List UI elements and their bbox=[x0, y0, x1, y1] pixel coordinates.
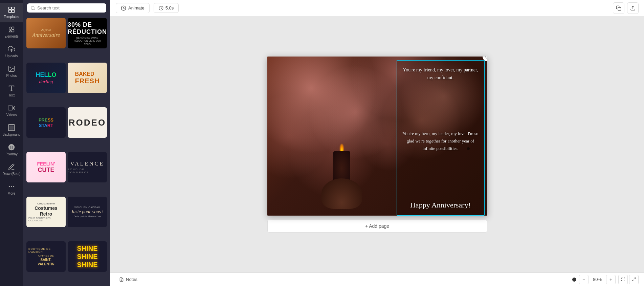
fit-screen-icon bbox=[621, 277, 625, 282]
svg-marker-13 bbox=[13, 106, 15, 109]
templates-panel: Joyeux Anniversaire 30% DERÉDUCTION BÉNÉ… bbox=[23, 0, 110, 286]
animate-button[interactable]: Animate bbox=[116, 3, 150, 13]
sidebar-item-photos[interactable]: Photos bbox=[0, 62, 23, 81]
grid-icon bbox=[8, 6, 15, 14]
export-button[interactable] bbox=[627, 2, 639, 14]
svg-rect-3 bbox=[12, 10, 14, 13]
search-container bbox=[23, 0, 110, 16]
copy-button[interactable] bbox=[613, 2, 624, 14]
search-icon bbox=[30, 6, 35, 10]
sidebar-item-draw[interactable]: Draw (Beta) bbox=[0, 160, 23, 179]
svg-line-21 bbox=[34, 9, 35, 10]
animate-icon bbox=[121, 5, 126, 11]
templates-grid: Joyeux Anniversaire 30% DERÉDUCTION BÉNÉ… bbox=[23, 16, 110, 286]
svg-point-20 bbox=[31, 6, 34, 9]
fullscreen-button[interactable] bbox=[629, 275, 639, 284]
page-indicator bbox=[572, 278, 576, 282]
image-icon bbox=[8, 65, 15, 72]
search-input[interactable] bbox=[37, 5, 103, 10]
template-card-reduction[interactable]: 30% DERÉDUCTION BÉNÉFICIEZ D'UNE RÉDUCTI… bbox=[68, 18, 107, 48]
svg-rect-5 bbox=[12, 27, 14, 29]
sidebar-item-background[interactable]: Background bbox=[0, 120, 23, 140]
svg-rect-14 bbox=[8, 106, 13, 110]
video-icon bbox=[8, 104, 15, 112]
draw-icon bbox=[8, 163, 15, 171]
more-icon bbox=[8, 183, 15, 190]
top-bar: Animate 5.0s bbox=[110, 0, 644, 16]
candle-flame bbox=[340, 144, 344, 152]
template-card-rodeo[interactable]: RODEO bbox=[68, 107, 107, 138]
sidebar-item-videos[interactable]: Videos bbox=[0, 101, 23, 120]
view-controls bbox=[618, 275, 639, 284]
template-card-hello[interactable]: HELLO darling bbox=[26, 63, 66, 93]
svg-rect-7 bbox=[12, 30, 14, 32]
zoom-in-button[interactable]: + bbox=[606, 275, 616, 284]
copy-icon bbox=[616, 5, 621, 11]
main-area: Animate 5.0s bbox=[110, 0, 644, 286]
candle-image bbox=[308, 114, 376, 209]
template-card-baked[interactable]: BAKED FRESH bbox=[68, 63, 107, 93]
shapes-icon bbox=[8, 26, 15, 33]
sidebar-item-templates[interactable]: Templates bbox=[0, 3, 23, 22]
pixabay-icon bbox=[8, 144, 15, 151]
template-card-press[interactable]: PRESS START bbox=[26, 107, 66, 138]
background-icon bbox=[8, 124, 15, 131]
upload-icon bbox=[8, 45, 15, 53]
template-card-anniversaire[interactable]: Joyeux Anniversaire bbox=[26, 18, 66, 48]
verse2-text: You're my hero, my leader, my love. I'm … bbox=[402, 130, 479, 152]
canvas-wrapper: You're my friend, my lover, my partner, … bbox=[267, 57, 487, 233]
sidebar-item-pixabay[interactable]: Pixabay bbox=[0, 140, 23, 160]
notes-label: Notes bbox=[126, 277, 137, 282]
sidebar: Templates Elements Uploads Photos Text bbox=[0, 0, 23, 286]
text-icon bbox=[8, 85, 15, 92]
candle-holder bbox=[321, 178, 362, 209]
notes-icon bbox=[119, 277, 124, 282]
svg-point-10 bbox=[10, 67, 11, 68]
svg-rect-24 bbox=[618, 7, 621, 10]
svg-point-4 bbox=[9, 27, 12, 29]
sidebar-item-more[interactable]: More bbox=[0, 179, 23, 199]
canvas[interactable]: You're my friend, my lover, my partner, … bbox=[267, 57, 487, 216]
sidebar-item-elements[interactable]: Elements bbox=[0, 22, 23, 42]
svg-point-19 bbox=[13, 186, 15, 187]
canvas-area: You're my friend, my lover, my partner, … bbox=[110, 16, 644, 272]
svg-rect-1 bbox=[12, 7, 14, 9]
svg-point-17 bbox=[9, 186, 10, 187]
add-page-button[interactable]: + Add page bbox=[267, 220, 487, 233]
template-card-saint[interactable]: BOUTIQUE DE L'AMOUR OFFRES DE SAINT- VAL… bbox=[26, 241, 66, 272]
fit-screen-button[interactable] bbox=[618, 275, 628, 284]
svg-line-28 bbox=[634, 278, 636, 279]
fullscreen-icon bbox=[632, 277, 636, 282]
svg-line-29 bbox=[632, 280, 634, 281]
duration-button[interactable]: 5.0s bbox=[154, 3, 179, 13]
template-card-juste[interactable]: VOICI EN CADEAU Juste pour vous ! De la … bbox=[68, 197, 107, 227]
template-card-feelin[interactable]: FEELIN' CUTE bbox=[26, 152, 66, 182]
page-navigation bbox=[572, 278, 576, 282]
search-box[interactable] bbox=[27, 3, 106, 13]
template-card-costumes[interactable]: Chez Madame Costumes Retro POUR TOUTES L… bbox=[26, 197, 66, 227]
text-overlay-box[interactable]: You're my friend, my lover, my partner, … bbox=[397, 60, 485, 216]
svg-rect-2 bbox=[9, 10, 11, 13]
verse1-text: You're my friend, my lover, my partner, … bbox=[402, 66, 479, 82]
sidebar-item-uploads[interactable]: Uploads bbox=[0, 42, 23, 62]
clock-icon bbox=[159, 6, 163, 10]
svg-point-18 bbox=[11, 186, 12, 187]
export-icon bbox=[630, 5, 636, 11]
zoom-label: 80% bbox=[591, 277, 604, 282]
notes-button[interactable]: Notes bbox=[116, 276, 141, 283]
svg-rect-16 bbox=[10, 126, 14, 130]
template-card-valence[interactable]: VALENCE FOND DE COMMERCE bbox=[68, 152, 107, 182]
zoom-controls: − 80% + bbox=[579, 275, 616, 284]
zoom-out-button[interactable]: − bbox=[579, 275, 589, 284]
sidebar-item-text[interactable]: Text bbox=[0, 81, 23, 101]
bottom-bar: Notes − 80% + bbox=[110, 272, 644, 286]
svg-marker-6 bbox=[9, 30, 12, 32]
template-card-shine[interactable]: SHINE SHINE SHINE bbox=[68, 241, 107, 272]
svg-rect-0 bbox=[9, 7, 11, 9]
top-actions bbox=[613, 2, 639, 14]
signature-text: Happy Anniversary! bbox=[402, 201, 479, 210]
